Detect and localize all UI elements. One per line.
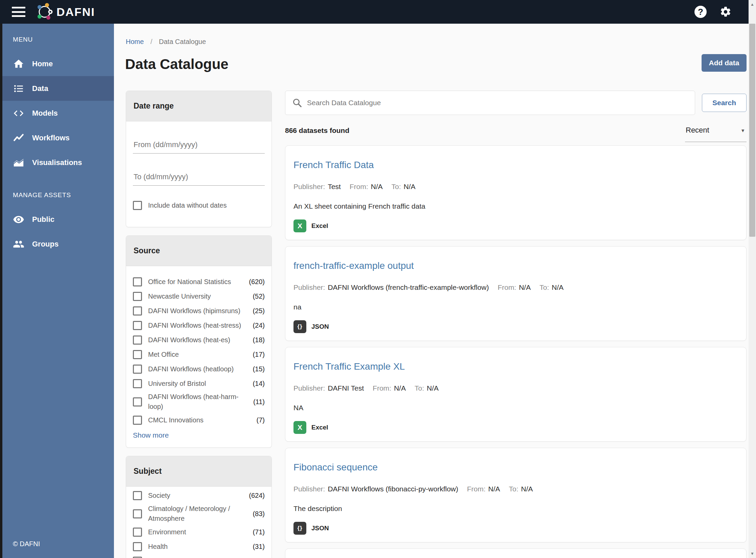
source-filter-row: DAFNI Workflows (heat-es) (18)	[133, 334, 265, 346]
date-to-input[interactable]	[133, 168, 265, 186]
source-checkbox[interactable]	[133, 321, 142, 330]
subject-checkbox[interactable]	[133, 542, 142, 551]
dataset-title-link[interactable]: French Traffic Example XL	[293, 361, 738, 372]
search-button[interactable]: Search	[702, 94, 747, 112]
filters-column: Date range Include data without dates So…	[126, 91, 272, 558]
filter-count: (31)	[250, 543, 265, 551]
search-icon	[292, 98, 302, 108]
format-badge: {} JSON	[293, 522, 738, 535]
subject-checkbox[interactable]	[133, 509, 142, 518]
dataset-description: An XL sheet containing French traffic da…	[293, 202, 738, 211]
sidebar-item-label: Workflows	[32, 134, 70, 142]
source-checkbox[interactable]	[133, 397, 142, 406]
help-icon[interactable]: ?	[694, 6, 707, 18]
subject-filter-row: Climatology / Meteorology / Atmosphere (…	[133, 504, 265, 524]
sidebar-item-label: Groups	[32, 240, 58, 249]
sidebar-item-public[interactable]: Public	[0, 207, 114, 232]
sort-selected-value: Recent	[686, 126, 709, 135]
filter-count: (15)	[250, 365, 265, 373]
format-badge: X Excel	[293, 421, 738, 434]
source-checkbox[interactable]	[133, 335, 142, 345]
dataset-title-link[interactable]: Fibonacci sequence	[293, 462, 738, 473]
filter-count: (17)	[250, 351, 265, 358]
source-filter-row: DAFNI Workflows (heat-harm-loop) (11)	[133, 392, 265, 412]
dataset-meta: Publisher:TestFrom:N/ATo:N/A	[293, 182, 738, 191]
subject-filter-row: (13)	[133, 555, 265, 558]
filter-count: (83)	[250, 510, 265, 518]
dafni-logo[interactable]: DAFNI	[36, 3, 95, 21]
format-label: JSON	[311, 323, 329, 330]
source-panel: Source Office for National Statistics (6…	[126, 235, 272, 448]
subject-checkbox[interactable]	[133, 528, 142, 537]
filter-count: (18)	[250, 336, 265, 344]
format-label: Excel	[311, 424, 328, 431]
checkbox-label: Include data without dates	[148, 201, 227, 210]
dataset-description: NA	[293, 403, 738, 412]
scroll-down-arrow[interactable]: ▼	[749, 550, 756, 557]
dataset-title-link[interactable]: french-traffic-example output	[293, 260, 738, 272]
format-label: JSON	[311, 525, 329, 532]
dataset-description: na	[293, 303, 738, 311]
source-checkbox[interactable]	[133, 350, 142, 359]
source-checkbox[interactable]	[133, 365, 142, 374]
subject-checkbox[interactable]	[133, 491, 142, 500]
filter-count: (24)	[250, 322, 265, 329]
excel-icon: X	[293, 421, 306, 434]
sidebar-item-data[interactable]: Data	[0, 76, 114, 101]
brand-text: DAFNI	[56, 5, 95, 19]
sort-select[interactable]: Recent ▼	[685, 122, 747, 142]
source-filter-row: DAFNI Workflows (heatloop) (15)	[133, 363, 265, 375]
subject-filter-row: Health (31)	[133, 540, 265, 553]
include-without-dates-checkbox[interactable]	[133, 201, 142, 210]
source-checkbox[interactable]	[133, 292, 142, 301]
subject-title: Subject	[134, 467, 162, 476]
breadcrumb-home-link[interactable]: Home	[126, 38, 144, 45]
sidebar-item-label: Data	[32, 84, 48, 93]
search-input[interactable]	[307, 99, 688, 107]
source-checkbox[interactable]	[133, 306, 142, 316]
subject-filter-row: Environment (71)	[133, 526, 265, 538]
source-checkbox[interactable]	[133, 416, 142, 425]
sidebar-item-visualisations[interactable]: Visualisations	[0, 150, 114, 175]
hamburger-menu-icon[interactable]	[12, 7, 25, 17]
scroll-up-arrow[interactable]: ▲	[749, 1, 756, 8]
date-from-input[interactable]	[133, 136, 265, 154]
scrollbar-thumb[interactable]	[749, 24, 755, 237]
dataset-card: French Traffic Example XL Publisher:DAFN…	[285, 347, 747, 442]
sidebar-item-label: Models	[32, 109, 58, 118]
gear-icon[interactable]	[719, 6, 732, 18]
subject-checkbox[interactable]	[133, 557, 142, 558]
sidebar-item-home[interactable]: Home	[0, 51, 114, 76]
filter-count: (7)	[254, 416, 265, 424]
sidebar-item-label: Home	[32, 60, 53, 68]
scrollbar: ▲ ▼	[749, 0, 756, 558]
source-filter-row: Office for National Statistics (620)	[133, 276, 265, 288]
sidebar-item-workflows[interactable]: Workflows	[0, 125, 114, 150]
breadcrumb: Home / Data Catalogue	[126, 38, 206, 46]
sidebar: MENU Home Data Models Workflows Visualis…	[0, 24, 114, 558]
date-range-title: Date range	[134, 101, 174, 111]
dataset-card: french-traffic-example output Publisher:…	[285, 246, 747, 341]
filter-count: (14)	[250, 380, 265, 388]
app-screen: DAFNI ? MENU Home Data Models Workflows	[0, 0, 756, 558]
dataset-title-link[interactable]: French Traffic Data	[293, 159, 738, 171]
subject-panel: Subject Society (624) Climatology / Mete…	[126, 456, 272, 558]
filter-count: (624)	[246, 492, 265, 499]
results-column: Search 866 datasets found Recent ▼ Frenc…	[285, 91, 747, 558]
date-range-panel: Date range Include data without dates	[126, 91, 272, 227]
add-data-button[interactable]: Add data	[702, 54, 747, 72]
results-count: 866 datasets found	[285, 126, 349, 135]
source-filter-row: CMCL Innovations (7)	[133, 414, 265, 426]
dataset-list: French Traffic Data Publisher:TestFrom:N…	[285, 145, 747, 558]
show-more-link[interactable]: Show more	[133, 431, 169, 439]
sidebar-item-models[interactable]: Models	[0, 101, 114, 125]
dataset-card-partial	[285, 549, 747, 558]
dataset-meta: Publisher:DAFNI Workflows (french-traffi…	[293, 283, 738, 292]
sidebar-item-groups[interactable]: Groups	[0, 232, 114, 256]
menu-section-label: MENU	[13, 36, 114, 43]
json-icon: {}	[293, 522, 306, 535]
topbar: DAFNI ?	[0, 0, 749, 24]
source-checkbox[interactable]	[133, 277, 142, 286]
source-checkbox[interactable]	[133, 379, 142, 388]
format-badge: {} JSON	[293, 320, 738, 333]
